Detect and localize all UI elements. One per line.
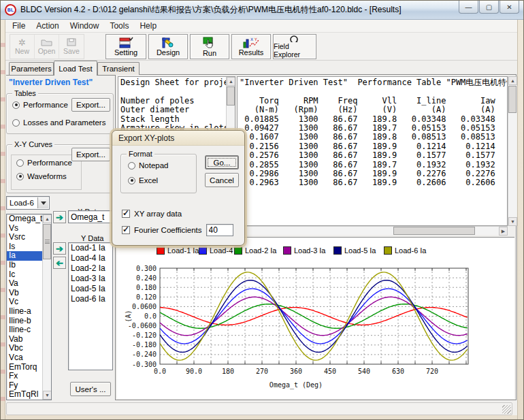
variable-item-ib[interactable]: Ib [7, 261, 42, 270]
tables-option-performance[interactable]: Performance [12, 101, 68, 109]
performance-table-panel[interactable]: "Inverter Driven Test" Performance Table… [237, 76, 508, 226]
tables-export-button[interactable]: Export... [71, 98, 110, 112]
svg-text:630: 630 [392, 368, 404, 375]
scroll-down-icon[interactable]: ▼ [43, 391, 52, 400]
variable-item-iline-a[interactable]: Iline-a [7, 307, 42, 317]
variable-item-iline-b[interactable]: Iline-b [7, 317, 42, 326]
waveform-chart: 0.3000.2400.1800.1200.06000.0-0.0600-0.1… [117, 238, 514, 400]
open-button[interactable]: Open [35, 35, 59, 59]
cancel-button[interactable]: Cancel [205, 173, 239, 187]
variables-listbox[interactable]: Omega_tVsVsrcIsIaIbIcVaVbVcIline-aIline-… [6, 214, 52, 400]
x-data-input[interactable] [68, 210, 113, 223]
setting-button[interactable]: Setting [105, 34, 146, 59]
resize-grip[interactable] [502, 405, 511, 414]
y-data-add-button[interactable]: ➔ [53, 242, 66, 255]
save-button[interactable]: Save [59, 35, 84, 59]
variable-item-vb[interactable]: Vb [7, 289, 42, 298]
variable-item-vbc[interactable]: Vbc [7, 344, 42, 353]
variable-item-vab[interactable]: Vab [7, 335, 42, 344]
menu-tools[interactable]: Tools [104, 20, 134, 32]
open-label: Open [38, 47, 56, 55]
x-data-assign-button[interactable]: ➔ [53, 211, 66, 223]
radio-icon [128, 162, 135, 169]
menu-window[interactable]: Window [65, 20, 105, 32]
new-button[interactable]: ✲ New [10, 35, 35, 59]
y-data-item-load-5-ia[interactable]: Load-5 Ia [69, 284, 112, 294]
tables-option-losses-and-parameters[interactable]: Losses and Parameters [12, 118, 105, 127]
title-bar[interactable]: BL BLDC Version 4.2 - D:\012 gelanshi\结果… [1, 1, 523, 20]
variable-item-vs[interactable]: Vs [7, 224, 42, 233]
legend-label: Load-3 Ia [294, 246, 325, 255]
maximize-button[interactable]: ▢ [479, 1, 499, 14]
svg-text:0.240: 0.240 [136, 274, 157, 282]
y-data-listbox[interactable]: Load-1 IaLoad-4 IaLoad-2 IaLoad-3 IaLoad… [68, 242, 113, 370]
scroll-down-icon[interactable]: ▼ [508, 217, 517, 226]
y-data-item-load-6-ia[interactable]: Load-6 Ia [69, 294, 112, 304]
xy-array-data-checkbox[interactable]: XY array data [122, 210, 182, 218]
scroll-up-icon[interactable]: ▲ [508, 76, 517, 85]
table-hscrollbar[interactable]: ◀ ▶ [237, 226, 508, 235]
y-data-item-load-2-ia[interactable]: Load-2 Ia [69, 263, 112, 274]
svg-text:0.0: 0.0 [154, 368, 166, 375]
variable-item-ia[interactable]: Ia [7, 251, 42, 261]
scroll-thumb[interactable] [227, 86, 235, 106]
variable-item-ic[interactable]: Ic [7, 270, 42, 280]
scroll-thumb[interactable] [43, 224, 51, 259]
run-button[interactable]: Run [190, 34, 229, 59]
tab-parameters[interactable]: Parameters [9, 62, 54, 75]
menu-action[interactable]: Action [31, 20, 64, 32]
users-button[interactable]: User's ... [70, 382, 111, 396]
field-explorer-label: Field Explorer [274, 42, 316, 59]
legend-label: Load-2 Ia [245, 246, 276, 255]
variable-item-iline-c[interactable]: Iline-c [7, 325, 42, 335]
svg-text:0.0: 0.0 [144, 312, 157, 320]
variables-scrollbar[interactable]: ▲ ▼ [42, 214, 51, 400]
minimize-button[interactable]: — [459, 1, 478, 14]
scroll-up-icon[interactable]: ▲ [43, 214, 52, 223]
svg-text:-0.120: -0.120 [132, 332, 157, 339]
format-option-notepad[interactable]: Notepad [128, 161, 168, 169]
scroll-thumb[interactable] [508, 86, 517, 113]
variable-item-emtorq[interactable]: EmTorq [7, 363, 42, 372]
radio-label: Performance [23, 101, 68, 109]
variable-item-vca[interactable]: Vca [7, 353, 42, 363]
load-select[interactable]: Load-6 [6, 196, 50, 210]
variable-item-fy[interactable]: Fy [7, 381, 42, 391]
file-button-group: ✲ New Open Save [10, 34, 84, 59]
xy-option-waveforms[interactable]: Waveforms [16, 172, 67, 180]
tab-load-test[interactable]: Load Test [54, 61, 97, 76]
field-explorer-button[interactable]: Field Explorer [273, 34, 316, 59]
variable-item-is[interactable]: Is [7, 242, 42, 252]
fourier-coefficients-checkbox[interactable]: Fourier Coefficients [122, 224, 233, 236]
checkbox-label: XY array data [134, 210, 182, 218]
xy-export-button[interactable]: Export... [71, 148, 110, 161]
design-button[interactable]: Design [148, 34, 188, 59]
variable-item-vc[interactable]: Vc [7, 297, 42, 307]
menu-help[interactable]: Help [134, 20, 162, 32]
format-option-excel[interactable]: Excel [128, 176, 158, 184]
y-data-item-load-3-ia[interactable]: Load-3 Ia [69, 274, 112, 284]
variable-item-vsrc[interactable]: Vsrc [7, 233, 42, 242]
chevron-down-icon[interactable] [37, 197, 48, 208]
table-vscrollbar[interactable]: ▲ ▼ [508, 76, 517, 226]
fourier-count-input[interactable] [206, 224, 233, 236]
scroll-thumb[interactable] [393, 227, 475, 235]
y-data-item-load-4-ia[interactable]: Load-4 Ia [69, 253, 112, 263]
close-button[interactable]: ✕ [500, 1, 519, 14]
dialog-title-bar[interactable]: Export XY-plots [112, 131, 244, 146]
tab-transient[interactable]: Transient [97, 62, 140, 75]
run-label: Run [203, 49, 216, 57]
variable-item-emtqrl[interactable]: EmTqRl [7, 390, 42, 400]
menu-file[interactable]: File [7, 20, 31, 32]
variable-item-va[interactable]: Va [7, 279, 42, 289]
scroll-right-icon[interactable]: ▶ [499, 227, 508, 236]
results-button[interactable]: X Y Results [231, 34, 271, 59]
svg-text:X: X [250, 37, 253, 42]
variable-item-fx[interactable]: Fx [7, 372, 42, 381]
y-data-item-load-1-ia[interactable]: Load-1 Ia [69, 243, 112, 253]
go-button[interactable]: Go... [205, 155, 239, 169]
variable-item-omega-t[interactable]: Omega_t [7, 214, 42, 224]
xy-option-performance[interactable]: Performance [16, 159, 72, 167]
y-data-remove-button[interactable]: ➔ [53, 257, 66, 269]
scroll-up-icon[interactable]: ▲ [227, 77, 235, 86]
